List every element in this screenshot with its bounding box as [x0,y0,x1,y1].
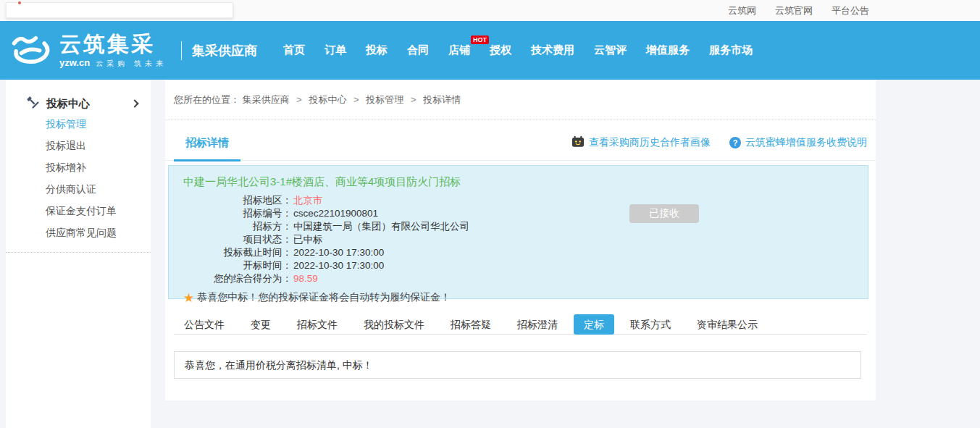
sidebar-item-subsupplier-cert[interactable]: 分供商认证 [6,178,151,200]
breadcrumb-item-bid-detail[interactable]: 投标详情 [423,94,461,105]
cloud-logo-icon [10,33,52,69]
main-header: 云筑集采 yzw.cn 云采购 筑未来 集采供应商 首页 订单 投标 合同 店铺… [0,21,980,80]
nav-home[interactable]: 首页 [283,43,305,57]
chevron-right-icon [130,99,138,107]
field-deadline-value: 2022-10-30 17:30:00 [293,246,384,259]
tab-tender-files[interactable]: 招标文件 [287,314,348,335]
tab-contact-info[interactable]: 联系方式 [620,314,681,335]
logo-domain: yzw.cn [59,57,90,68]
field-tenderer-value: 中国建筑一局（集团）有限公司华北公司 [293,220,469,233]
nav-orders[interactable]: 订单 [324,43,346,57]
question-icon: ? [729,137,741,148]
sidebar-item-supplier-faq[interactable]: 供应商常见问题 [6,222,151,243]
field-tenderer: 招标方： 中国建筑一局（集团）有限公司华北公司 [183,220,868,233]
topbar-link-announcements[interactable]: 平台公告 [832,4,869,17]
header-divider [181,41,182,60]
link-buyer-history-portrait[interactable]: 查看采购商历史合作者画像 [571,135,711,150]
red-dot-marker [18,1,21,4]
field-status: 项目状态： 已中标 [183,233,868,246]
field-region-value: 北京市 [293,194,323,207]
breadcrumb-item-bid-management[interactable]: 投标管理 [366,94,403,105]
sidebar-item-bid-supplement[interactable]: 投标增补 [6,156,151,178]
top-utility-bar: 云筑网 云筑官网 平台公告 [0,0,980,21]
nav-contracts[interactable]: 合同 [407,43,429,57]
brand-logo[interactable]: 云筑集采 yzw.cn 云采购 筑未来 [10,33,167,69]
nav-tech-fee[interactable]: 技术费用 [531,43,574,57]
win-notice: ★ 恭喜您中标！您的投标保证金将会自动转为履约保证金！ [183,291,868,304]
logo-text: 云筑集采 yzw.cn 云采购 筑未来 [59,33,167,69]
gavel-icon [26,96,39,112]
tab-tender-clarification[interactable]: 招标澄清 [507,314,568,335]
breadcrumb-item-bid-center[interactable]: 投标中心 [309,94,346,105]
nav-authorization[interactable]: 授权 [490,43,511,57]
field-tender-no: 招标编号： cscec22101900801 [183,207,868,220]
sidebar-section-bid-center[interactable]: 投标中心 [6,80,151,113]
nav-shop[interactable]: 店铺HOT [448,43,470,57]
breadcrumb: 您所在的位置： 集采供应商 > 投标中心 > 投标管理 > 投标详情 [165,80,876,120]
sidebar-item-deposit-orders[interactable]: 保证金支付订单 [6,200,151,222]
document-tabs: 公告文件 变更 招标文件 我的投标文件 招标答疑 招标澄清 定标 联系方式 资审… [174,314,867,335]
logo-slogan: 云采购 筑未来 [96,59,167,69]
tab-my-bid-files[interactable]: 我的投标文件 [353,314,435,335]
accepted-button[interactable]: 已接收 [629,204,699,223]
logo-title: 云筑集采 [59,32,155,56]
field-deadline: 投标截止时间： 2022-10-30 17:30:00 [183,246,868,259]
nav-service-market[interactable]: 服务市场 [709,43,753,57]
hot-badge: HOT [471,35,489,44]
topbar-link-official[interactable]: 云筑官网 [775,4,813,17]
field-open-time: 开标时间： 2022-10-30 17:30:00 [183,259,868,272]
tab-award[interactable]: 定标 [574,314,614,335]
tab-qualification-results[interactable]: 资审结果公示 [687,314,768,335]
field-tender-no-value: cscec22101900801 [293,207,378,220]
tab-changes[interactable]: 变更 [240,314,281,335]
nav-value-added[interactable]: 增值服务 [646,43,690,57]
topbar-link-yzw[interactable]: 云筑网 [728,4,756,17]
tab-tender-qa[interactable]: 招标答疑 [440,314,501,335]
tab-tender-detail[interactable]: 招标详情 [174,136,240,161]
main-panel: 您所在的位置： 集采供应商 > 投标中心 > 投标管理 > 投标详情 招标详情 [165,80,876,400]
star-icon: ★ [183,292,194,304]
link-bee-service-fee-info[interactable]: ? 云筑蜜蜂增值服务收费说明 [729,136,867,149]
sidebar-divider [6,252,151,253]
nav-yunzhiping[interactable]: 云智评 [594,43,627,57]
main-nav: 首页 订单 投标 合同 店铺HOT 授权 技术费用 云智评 增值服务 服务市场 [283,43,753,57]
detail-tabbar: 招标详情 查看采购商历史合作者画像 ? 云筑蜜蜂增值服务收费说明 [165,120,876,161]
field-status-value: 已中标 [293,233,323,246]
award-result-text: 恭喜您，在通用价税分离招标清单, 中标！ [185,359,373,371]
project-title: 中建一局华北公司3-1#楼酒店、商业等4项项目防火门招标 [183,175,868,189]
field-open-time-value: 2022-10-30 17:30:00 [293,259,384,272]
field-score-value: 98.59 [293,272,318,285]
field-score: 您的综合得分为： 98.59 [183,272,868,285]
award-result-box: 恭喜您，在通用价税分离招标清单, 中标！ [174,351,861,379]
field-region: 招标地区： 北京市 [183,194,868,207]
tab-announcement-files[interactable]: 公告文件 [174,314,235,335]
sidebar-item-bid-management[interactable]: 投标管理 [6,113,151,135]
breadcrumb-item-portal[interactable]: 集采供应商 [243,94,290,105]
sidebar-section-label: 投标中心 [46,97,132,111]
sidebar: 投标中心 投标管理 投标退出 投标增补 分供商认证 保证金支付订单 供应商常见问… [6,80,151,428]
portal-name: 集采供应商 [192,42,257,59]
autocomplete-overlay [6,2,233,18]
breadcrumb-prefix: 您所在的位置： [174,94,240,105]
project-info-box: 中建一局华北公司3-1#楼酒店、商业等4项项目防火门招标 招标地区： 北京市 招… [168,165,868,299]
sidebar-item-bid-withdrawal[interactable]: 投标退出 [6,135,151,156]
portrait-robot-icon [571,135,585,150]
nav-bidding[interactable]: 投标 [366,43,388,57]
